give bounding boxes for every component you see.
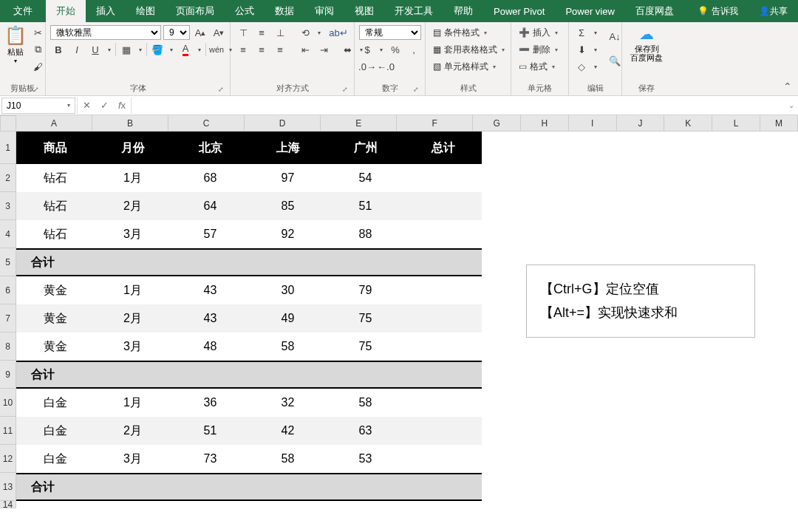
tab-insert[interactable]: 插入 xyxy=(86,0,126,22)
row-header-10[interactable]: 10 xyxy=(0,389,16,417)
conditional-format-button[interactable]: ▤条件格式▾ xyxy=(430,25,490,40)
copy-button[interactable]: ⧉ xyxy=(30,42,46,57)
save-baidu-button[interactable]: ☁ 保存到 百度网盘 xyxy=(627,25,666,62)
header-cell[interactable]: 广州 xyxy=(327,132,404,164)
cell[interactable]: 75 xyxy=(327,332,404,361)
tab-dev[interactable]: 开发工具 xyxy=(384,0,443,22)
cell[interactable]: 75 xyxy=(327,304,404,332)
cut-button[interactable]: ✂ xyxy=(30,25,46,40)
tab-layout[interactable]: 页面布局 xyxy=(166,0,225,22)
col-header-D[interactable]: D xyxy=(245,115,321,132)
header-cell[interactable]: 上海 xyxy=(249,132,327,164)
row-header-9[interactable]: 9 xyxy=(0,361,16,389)
cell[interactable]: 63 xyxy=(327,417,404,445)
row-header-6[interactable]: 6 xyxy=(0,276,16,304)
col-header-C[interactable]: C xyxy=(168,115,245,132)
clear-dd[interactable]: ▾ xyxy=(592,59,599,74)
cell[interactable] xyxy=(404,445,482,473)
fill-dd2[interactable]: ▾ xyxy=(592,42,599,57)
comma-button[interactable]: , xyxy=(406,42,422,57)
cell[interactable]: 43 xyxy=(171,276,249,304)
clear-button[interactable]: ◇ xyxy=(573,59,590,74)
paste-button[interactable]: 📋 粘贴 ▾ xyxy=(4,25,27,64)
cell[interactable]: 54 xyxy=(327,164,404,192)
row-header-11[interactable]: 11 xyxy=(0,417,16,445)
cell[interactable]: 钻石 xyxy=(16,164,94,192)
cell[interactable]: 黄金 xyxy=(16,332,94,361)
cell[interactable]: 白金 xyxy=(16,445,94,473)
row-header-12[interactable]: 12 xyxy=(0,445,16,473)
cell[interactable] xyxy=(404,192,482,220)
bold-button[interactable]: B xyxy=(50,42,66,57)
fill-dd[interactable]: ▾ xyxy=(168,42,175,57)
col-header-E[interactable]: E xyxy=(321,115,397,132)
font-color-button[interactable]: A xyxy=(177,42,194,57)
cell[interactable] xyxy=(327,248,404,276)
cell[interactable] xyxy=(404,332,482,361)
cell[interactable]: 黄金 xyxy=(16,276,94,304)
cell[interactable]: 1月 xyxy=(94,389,171,417)
cell[interactable] xyxy=(327,361,404,389)
col-header-J[interactable]: J xyxy=(617,115,665,132)
border-button[interactable]: ▦ xyxy=(118,42,134,57)
cell[interactable] xyxy=(171,361,249,389)
cell[interactable] xyxy=(404,164,482,192)
align-left-button[interactable]: ≡ xyxy=(235,42,251,57)
align-right-button[interactable]: ≡ xyxy=(272,42,288,57)
expand-formula-button[interactable]: ⌄ xyxy=(785,101,798,109)
font-size-select[interactable]: 9 xyxy=(163,25,190,40)
cell[interactable]: 30 xyxy=(249,276,327,304)
cell[interactable]: 白金 xyxy=(16,417,94,445)
underline-dd[interactable]: ▾ xyxy=(106,42,113,57)
formula-input[interactable] xyxy=(131,98,785,114)
increase-font-button[interactable]: A▴ xyxy=(192,25,208,40)
row-header-7[interactable]: 7 xyxy=(0,304,16,332)
cancel-button[interactable]: ✕ xyxy=(78,98,95,114)
cell[interactable]: 合计 xyxy=(16,361,94,389)
cell[interactable]: 1月 xyxy=(94,276,171,304)
accounting-dd[interactable]: ▾ xyxy=(378,42,385,57)
autosum-button[interactable]: Σ xyxy=(573,25,590,40)
tab-powerpivot[interactable]: Power Pivot xyxy=(483,0,555,22)
find-button[interactable]: 🔍 xyxy=(607,50,623,72)
cell[interactable] xyxy=(171,248,249,276)
cell[interactable]: 3月 xyxy=(94,332,171,361)
cell[interactable] xyxy=(94,473,171,501)
row-header-14[interactable]: 14 xyxy=(0,501,16,508)
decrease-decimal-button[interactable]: ←.0 xyxy=(378,59,394,74)
table-format-button[interactable]: ▦套用表格格式▾ xyxy=(430,42,508,57)
col-header-G[interactable]: G xyxy=(473,115,521,132)
tab-draw[interactable]: 绘图 xyxy=(126,0,166,22)
cell[interactable]: 3月 xyxy=(94,445,171,473)
cell[interactable]: 43 xyxy=(171,304,249,332)
align-bottom-button[interactable]: ⊥ xyxy=(272,25,288,40)
cell[interactable]: 51 xyxy=(327,192,404,220)
align-center-button[interactable]: ≡ xyxy=(253,42,270,57)
cell[interactable] xyxy=(171,473,249,501)
cell[interactable] xyxy=(249,248,327,276)
cell[interactable] xyxy=(404,248,482,276)
cell[interactable] xyxy=(404,473,482,501)
cell[interactable] xyxy=(327,473,404,501)
clipboard-launcher[interactable]: ⤢ xyxy=(32,85,41,94)
format-cells-button[interactable]: ▭格式▾ xyxy=(516,59,558,74)
cell[interactable] xyxy=(404,389,482,417)
decrease-font-button[interactable]: A▾ xyxy=(211,25,227,40)
cell[interactable]: 48 xyxy=(171,332,249,361)
share-button[interactable]: 👤共享 xyxy=(748,0,798,22)
tab-formulas[interactable]: 公式 xyxy=(225,0,265,22)
underline-button[interactable]: U xyxy=(87,42,103,57)
cell[interactable]: 3月 xyxy=(94,220,171,248)
cell[interactable] xyxy=(249,473,327,501)
header-cell[interactable]: 月份 xyxy=(94,132,171,164)
cell[interactable]: 1月 xyxy=(94,164,171,192)
cell[interactable]: 58 xyxy=(249,445,327,473)
cell[interactable]: 57 xyxy=(171,220,249,248)
cell[interactable] xyxy=(404,361,482,389)
cell[interactable]: 58 xyxy=(249,332,327,361)
tab-data[interactable]: 数据 xyxy=(265,0,304,22)
increase-decimal-button[interactable]: .0→ xyxy=(359,59,375,74)
number-launcher[interactable]: ⤢ xyxy=(412,85,420,94)
insert-cells-button[interactable]: ➕插入▾ xyxy=(516,25,561,40)
cell[interactable]: 73 xyxy=(171,445,249,473)
